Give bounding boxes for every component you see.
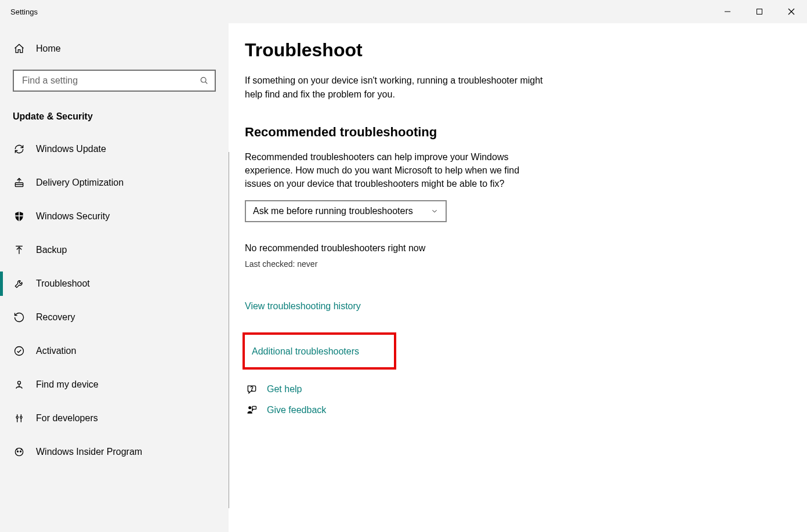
check-circle-icon: [13, 345, 26, 357]
svg-point-17: [252, 390, 252, 390]
view-history-link[interactable]: View troubleshooting history: [245, 301, 361, 312]
troubleshoot-preference-dropdown[interactable]: Ask me before running troubleshooters: [245, 200, 447, 222]
titlebar: Settings: [0, 0, 807, 23]
scroll-indicator[interactable]: [229, 152, 229, 508]
sidebar: Home Update & Security Windows Update De…: [0, 23, 229, 532]
minimize-button[interactable]: [711, 0, 743, 23]
feedback-icon: [245, 404, 259, 416]
sidebar-item-troubleshoot[interactable]: Troubleshoot: [0, 267, 229, 301]
delivery-icon: [13, 177, 26, 189]
page-description: If something on your device isn't workin…: [245, 74, 547, 102]
svg-point-18: [248, 406, 251, 409]
give-feedback-label: Give feedback: [267, 405, 326, 415]
wrench-icon: [13, 278, 26, 289]
svg-point-10: [15, 347, 24, 356]
search-icon: [200, 76, 209, 85]
sidebar-item-backup[interactable]: Backup: [0, 233, 229, 267]
sync-icon: [13, 143, 26, 155]
shield-icon: [13, 211, 26, 222]
maximize-icon: [756, 8, 763, 15]
search-box[interactable]: [13, 70, 216, 92]
sidebar-item-label: Find my device: [36, 379, 99, 390]
sidebar-item-find-my-device[interactable]: Find my device: [0, 368, 229, 401]
dropdown-value: Ask me before running troubleshooters: [253, 206, 413, 216]
highlight-annotation: Additional troubleshooters: [243, 332, 396, 370]
sidebar-item-label: Backup: [36, 245, 67, 255]
sidebar-item-windows-update[interactable]: Windows Update: [0, 132, 229, 166]
maximize-button[interactable]: [743, 0, 775, 23]
get-help-row[interactable]: Get help: [245, 383, 600, 395]
nav-list: Windows Update Delivery Optimization Win…: [0, 132, 229, 469]
minimize-icon: [724, 8, 731, 15]
get-help-label: Get help: [267, 384, 302, 395]
svg-point-16: [20, 451, 21, 452]
sidebar-item-label: Windows Update: [36, 144, 106, 154]
insider-icon: [13, 446, 26, 458]
svg-point-15: [17, 451, 19, 452]
svg-line-5: [205, 82, 207, 84]
help-icon: [245, 383, 259, 395]
sidebar-item-label: Windows Insider Program: [36, 447, 142, 457]
window-title: Settings: [0, 8, 38, 16]
svg-point-4: [201, 77, 206, 82]
chevron-down-icon: [430, 207, 439, 215]
home-label: Home: [36, 44, 61, 54]
sidebar-item-delivery-optimization[interactable]: Delivery Optimization: [0, 166, 229, 200]
home-icon: [13, 43, 26, 55]
svg-point-13: [20, 417, 22, 418]
sidebar-item-windows-insider[interactable]: Windows Insider Program: [0, 435, 229, 469]
svg-rect-19: [252, 406, 256, 409]
svg-point-11: [18, 381, 21, 384]
developers-icon: [13, 412, 26, 424]
close-icon: [788, 8, 795, 15]
recommended-description: Recommended troubleshooters can help imp…: [245, 150, 547, 191]
sidebar-item-windows-security[interactable]: Windows Security: [0, 200, 229, 233]
caption-buttons: [711, 0, 807, 23]
sidebar-item-label: Windows Security: [36, 211, 110, 222]
search-input[interactable]: [21, 75, 200, 86]
sidebar-item-label: Troubleshoot: [36, 278, 90, 289]
content-area: Troubleshoot If something on your device…: [229, 23, 807, 532]
sidebar-item-for-developers[interactable]: For developers: [0, 401, 229, 435]
additional-troubleshooters-link[interactable]: Additional troubleshooters: [252, 346, 359, 357]
sidebar-item-label: For developers: [36, 413, 98, 424]
recommended-heading: Recommended troubleshooting: [245, 125, 600, 140]
svg-point-14: [15, 448, 23, 455]
section-label: Update & Security: [13, 111, 229, 122]
sidebar-item-label: Delivery Optimization: [36, 178, 124, 188]
sidebar-item-label: Recovery: [36, 312, 75, 323]
give-feedback-row[interactable]: Give feedback: [245, 404, 600, 416]
sidebar-item-label: Activation: [36, 346, 76, 356]
home-button[interactable]: Home: [0, 36, 229, 61]
last-checked-text: Last checked: never: [245, 259, 600, 269]
backup-icon: [13, 244, 26, 256]
sidebar-item-recovery[interactable]: Recovery: [0, 301, 229, 334]
close-button[interactable]: [775, 0, 807, 23]
location-icon: [13, 379, 26, 390]
sidebar-item-activation[interactable]: Activation: [0, 334, 229, 368]
svg-point-12: [16, 417, 18, 418]
svg-rect-1: [757, 9, 762, 15]
recovery-icon: [13, 312, 26, 323]
page-title: Troubleshoot: [245, 39, 600, 61]
no-recommended-text: No recommended troubleshooters right now: [245, 243, 600, 254]
